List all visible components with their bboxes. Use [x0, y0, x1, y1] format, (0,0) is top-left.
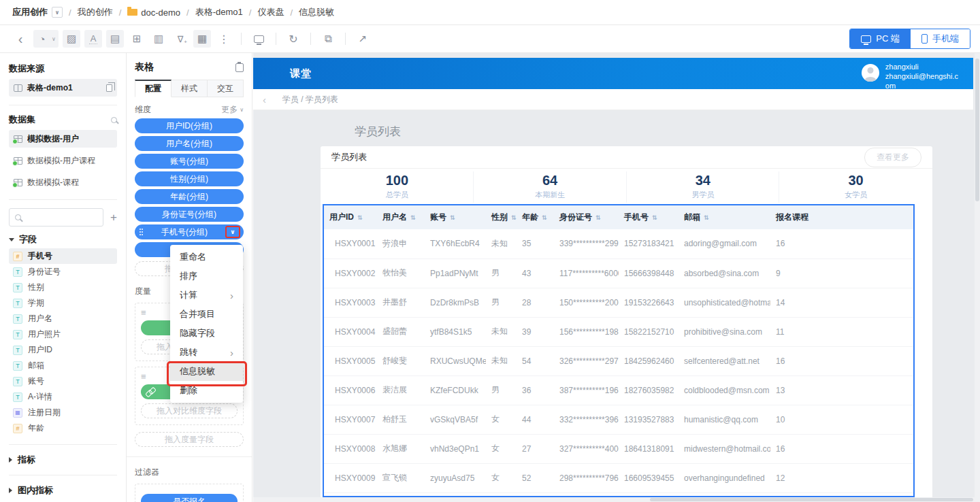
user-info[interactable]: zhangxiuli zhangxiuli@hengshi.c om — [862, 58, 958, 89]
back-icon[interactable] — [263, 94, 266, 105]
table-row[interactable]: HSXY0007 柏舒玉 vGSkqVBA5f 女 44 332********… — [324, 405, 913, 434]
fullscreen-icon[interactable] — [319, 30, 337, 48]
breadcrumb-item[interactable]: doc-demo — [113, 7, 180, 18]
field-search-input[interactable] — [9, 208, 103, 227]
dimension-pill[interactable]: 账号(分组) — [135, 154, 244, 169]
widget-add-icon[interactable] — [128, 30, 146, 48]
cell-email: unsophisticated@hotmail.com — [679, 288, 770, 317]
chart-add-icon[interactable] — [33, 30, 51, 48]
cell-age: 54 — [517, 346, 554, 375]
field-item[interactable]: 账号 — [9, 373, 117, 389]
breadcrumb-item[interactable]: 仪表盘 — [243, 6, 284, 18]
dimension-pill[interactable]: 年龄(分组) — [135, 189, 244, 204]
field-item[interactable]: 手机号 — [9, 248, 117, 264]
table-header-cell[interactable]: 用户ID — [324, 205, 377, 229]
field-item[interactable]: 用户照片 — [9, 327, 117, 342]
image-icon[interactable] — [63, 30, 80, 48]
drop-measure-placeholder[interactable]: 拖入度量字段 — [135, 432, 244, 447]
dimension-pill[interactable]: 用户ID(分组) — [135, 118, 244, 133]
fields-section-header[interactable]: 字段 — [9, 233, 117, 246]
drag-handle-icon[interactable] — [141, 371, 146, 382]
share-icon[interactable] — [354, 30, 372, 48]
table-header-cell[interactable]: 邮箱 — [679, 205, 770, 229]
text-icon[interactable] — [84, 30, 102, 48]
dimension-pill[interactable]: 性别(分组) — [135, 171, 244, 186]
document-icon[interactable] — [106, 30, 124, 48]
dataset-item[interactable]: 数据模拟-用户课程 — [9, 152, 117, 169]
config-tab[interactable]: 交互 — [208, 80, 244, 97]
context-menu-item[interactable]: 删除 — [170, 381, 243, 400]
field-item[interactable]: A-详情 — [9, 389, 117, 405]
table-header-cell[interactable]: 身份证号 — [554, 205, 619, 229]
breadcrumb-item[interactable]: 表格-demo1 — [180, 6, 243, 18]
table-header-cell[interactable]: 手机号 — [619, 205, 679, 229]
table-row[interactable]: HSXY0003 井墨舒 DzDr8kmPsB 男 28 150********… — [324, 288, 913, 317]
dimension-pill[interactable]: 用户名(分组) — [135, 136, 244, 151]
sidebar-section-header[interactable]: 指标 — [9, 444, 117, 467]
chevron-down-icon[interactable] — [52, 7, 63, 18]
dimension-pill[interactable]: 身份证号(分组) — [135, 207, 244, 222]
clipboard-icon[interactable] — [235, 63, 244, 72]
context-menu-item[interactable]: 跳转 — [170, 343, 243, 362]
table-row[interactable]: HSXY0005 舒峻斐 RXUCwsUQMe 未知 54 326*******… — [324, 346, 913, 375]
pill-menu-chevron-annotated[interactable] — [225, 226, 240, 238]
filter-add-icon[interactable]: + — [172, 30, 189, 48]
view-more-button[interactable]: 查看更多 — [864, 148, 921, 167]
back-icon[interactable] — [12, 30, 29, 48]
table-row[interactable]: HSXY0004 盛韶蕾 ytfB84S1k5 未知 39 156*******… — [324, 317, 913, 346]
copy-icon[interactable] — [106, 84, 112, 92]
dataset-item[interactable]: 数据模拟-课程 — [9, 173, 117, 191]
mobile-mode-button[interactable]: 手机端 — [911, 29, 970, 48]
context-menu-item[interactable]: 隐藏字段 — [170, 324, 243, 343]
cell-course-count: 9 — [770, 258, 913, 288]
drag-handle-icon[interactable] — [141, 307, 146, 318]
preview-monitor-icon[interactable] — [250, 30, 267, 48]
drag-handle-icon[interactable] — [140, 229, 141, 230]
context-menu-item[interactable]: 排序 — [170, 267, 243, 286]
config-tab[interactable]: 样式 — [172, 80, 208, 97]
sidebar-section-header[interactable]: 图内指标 — [9, 475, 117, 497]
context-menu-item[interactable]: 合并项目 — [170, 305, 243, 324]
filter-pill[interactable]: 是否报名 — [141, 494, 238, 502]
table-row[interactable]: HSXY0008 水旭娜 vhNd3eQPn1 女 27 327********… — [324, 434, 913, 463]
field-item[interactable]: 学期 — [9, 295, 117, 311]
dimension-pill-selected[interactable]: 手机号(分组) — [135, 224, 244, 239]
table-header-cell[interactable]: 用户名 — [377, 205, 425, 229]
context-menu-item[interactable]: 重命名 — [170, 248, 243, 267]
table-header-cell[interactable]: 性别 — [486, 205, 517, 229]
table-row[interactable]: HSXY0009 宣飞锁 zyuyuAsd75 女 52 298********… — [324, 463, 913, 492]
vertical-scrollbar[interactable] — [975, 53, 980, 502]
search-icon[interactable] — [111, 117, 117, 123]
table-widget-icon[interactable] — [193, 30, 211, 48]
table-row[interactable]: HSXY0006 裴洁展 KZfeFCDUkk 男 36 387********… — [324, 375, 913, 405]
field-item[interactable]: 身份证号 — [9, 264, 117, 280]
context-menu-item[interactable]: 信息脱敏 — [170, 362, 243, 381]
field-item[interactable]: 用户名 — [9, 311, 117, 327]
field-item[interactable]: 性别 — [9, 280, 117, 295]
form-add-icon[interactable] — [150, 30, 167, 48]
drop-compare-placeholder[interactable]: 拖入对比维度字段 — [141, 403, 238, 418]
field-item[interactable]: 年龄 — [9, 420, 117, 436]
refresh-icon[interactable] — [284, 30, 302, 48]
more-dropdown[interactable]: 更多 — [221, 104, 244, 116]
horizontal-scrollbar[interactable] — [253, 497, 975, 502]
more-icon[interactable] — [215, 30, 233, 48]
field-item[interactable]: 邮箱 — [9, 358, 117, 373]
table-row[interactable]: HSXY0001 劳浪申 TXY6hEcbR4 未知 35 339*******… — [324, 229, 913, 258]
breadcrumb-item[interactable]: 我的创作 — [63, 6, 113, 18]
table-row[interactable]: HSXY0002 牧怡美 Pp1adPNyMt 男 43 117********… — [324, 258, 913, 288]
table-header-cell[interactable]: 报名课程 — [770, 205, 913, 229]
breadcrumb-root[interactable]: 应用创作 — [12, 6, 63, 18]
breadcrumb-item[interactable]: 信息脱敏 — [284, 6, 334, 18]
pc-mode-button[interactable]: PC 端 — [850, 29, 911, 48]
field-item[interactable]: 注册日期 — [9, 405, 117, 420]
add-field-button[interactable] — [110, 212, 117, 223]
data-source-item[interactable]: 表格-demo1 — [9, 79, 117, 97]
context-menu-item[interactable]: 计算 — [170, 286, 243, 305]
config-tab[interactable]: 配置 — [135, 80, 172, 97]
table-widget-selected[interactable]: 用户ID用户名账号性别年龄身份证号手机号邮箱报名课程 HSXY0001 劳浪申 … — [323, 204, 915, 497]
table-header-cell[interactable]: 账号 — [425, 205, 486, 229]
dataset-item[interactable]: 模拟数据-用户 — [9, 130, 117, 148]
field-item[interactable]: 用户ID — [9, 342, 117, 358]
table-header-cell[interactable]: 年龄 — [517, 205, 554, 229]
